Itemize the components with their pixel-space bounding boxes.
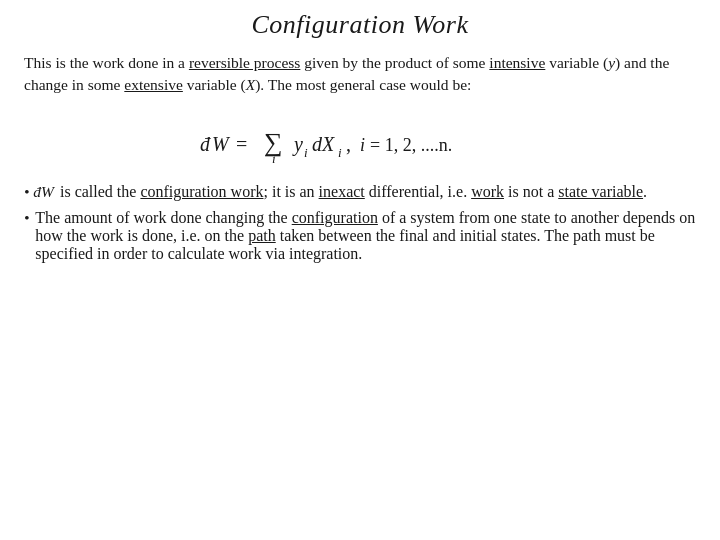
svg-text:i: i [304, 145, 308, 160]
svg-text:W: W [212, 133, 231, 155]
bullet1-text3: differential, i.e. [365, 183, 471, 200]
path-link: path [248, 227, 276, 244]
intensive-link: intensive [489, 54, 545, 71]
config-work-link: configuration work [140, 183, 263, 200]
bullet1-text1: is called the [56, 183, 140, 200]
inexact-link: inexact [319, 183, 365, 200]
svg-text:i: i [338, 145, 342, 160]
reversible-process-link: reversible process [189, 54, 300, 71]
work-link: work [471, 183, 504, 200]
svg-text:y: y [292, 133, 303, 156]
bullet-content-2: The amount of work done changing the con… [35, 209, 696, 263]
state-variable-link: state variable [558, 183, 643, 200]
bullet1-text4: is not a [504, 183, 558, 200]
intro-text-before-reversible: This is the work done in a [24, 54, 189, 71]
intro-paragraph: This is the work done in a reversible pr… [24, 52, 696, 97]
variable-x: X [246, 76, 255, 93]
bullet-item-2: • The amount of work done changing the c… [24, 209, 696, 263]
page-title: Configuration Work [24, 10, 696, 40]
page-container: Configuration Work This is the work done… [0, 0, 720, 540]
intro-text-after-extensive: variable (X). The most general case woul… [183, 76, 472, 93]
extensive-link: extensive [124, 76, 183, 93]
bullet1-text5: . [643, 183, 647, 200]
bullet2-intro: The amount of work done changing the [35, 209, 291, 226]
svg-text:= 1, 2, ....n.: = 1, 2, ....n. [370, 135, 452, 155]
configuration-link: configuration [292, 209, 378, 226]
variable-y: y [608, 54, 615, 71]
formula-svg: đ W = ∑ i y i dX i , i = 1, 2, ....n. [190, 115, 530, 173]
bullet-item-1: • đW is called the configuration work; i… [24, 183, 696, 201]
svg-text:dX: dX [312, 133, 335, 155]
bullet-symbol-1: • đW [24, 183, 54, 201]
svg-text:i: i [272, 151, 276, 166]
formula-block: đ W = ∑ i y i dX i , i = 1, 2, ....n. [24, 115, 696, 173]
bullet-content-1: is called the configuration work; it is … [56, 183, 696, 201]
svg-text:=: = [236, 133, 247, 155]
svg-text:,: , [346, 133, 351, 155]
bullet-symbol-2: • [24, 209, 33, 227]
bullet1-text2: ; it is an [263, 183, 318, 200]
intro-text-after-reversible: given by the product of some [300, 54, 489, 71]
svg-text:i: i [360, 135, 365, 155]
svg-text:đ: đ [200, 133, 211, 155]
